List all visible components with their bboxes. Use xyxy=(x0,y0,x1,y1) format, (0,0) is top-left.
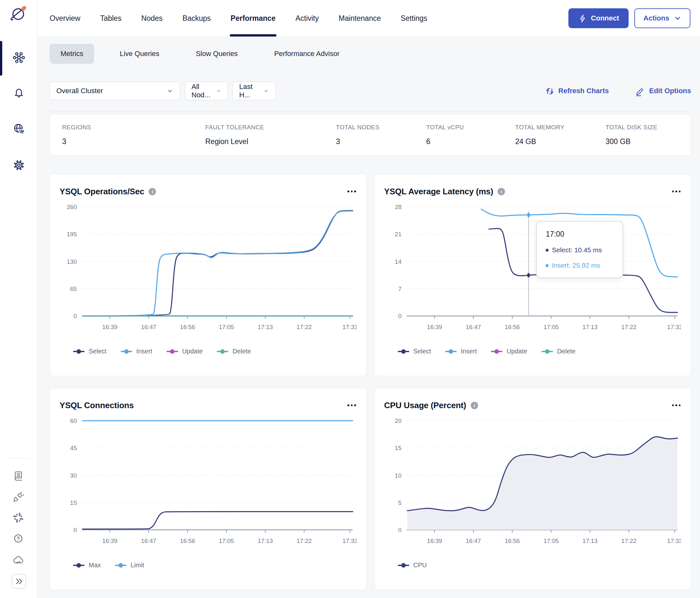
lightning-icon xyxy=(578,14,587,23)
tab-performance[interactable]: Performance xyxy=(230,0,276,36)
legend-marker-icon xyxy=(121,349,132,354)
svg-text:?: ? xyxy=(17,536,20,542)
legend-item-insert[interactable]: Insert xyxy=(445,348,477,355)
refresh-charts-label: Refresh Charts xyxy=(558,87,609,95)
legend-label: Update xyxy=(182,348,203,355)
sidebar-item-cloud-status[interactable] xyxy=(11,552,25,566)
info-icon[interactable] xyxy=(471,402,478,409)
chart-plot[interactable]: 0714212816:3916:4716:5617:0517:1317:2217… xyxy=(384,202,681,346)
chart-tooltip: 17:00 Select: 10.45 msInsert: 25.92 ms xyxy=(536,221,623,278)
refresh-icon xyxy=(544,86,555,96)
svg-text:16:39: 16:39 xyxy=(102,538,117,544)
svg-text:10: 10 xyxy=(395,472,401,479)
svg-text:21: 21 xyxy=(395,231,401,237)
chart-plot[interactable]: 01530456016:3916:4716:5617:0517:1317:221… xyxy=(59,416,357,560)
legend-item-update[interactable]: Update xyxy=(491,348,527,355)
chart-title: YSQL Operations/Sec xyxy=(59,187,144,197)
yugabyte-logo-icon[interactable] xyxy=(9,4,28,22)
chart-menu-ellipsis-icon[interactable] xyxy=(672,402,681,408)
svg-text:16:56: 16:56 xyxy=(180,538,195,544)
svg-text:17:22: 17:22 xyxy=(621,324,636,330)
time-range-select[interactable]: Last H... xyxy=(232,82,276,100)
legend-item-delete[interactable]: Delete xyxy=(542,348,576,355)
legend-label: Max xyxy=(89,562,101,569)
pencil-icon xyxy=(634,85,645,96)
sidebar-item-alerts[interactable] xyxy=(11,84,26,99)
sidebar-item-slack[interactable] xyxy=(11,511,25,524)
svg-text:17:33: 17:33 xyxy=(342,324,356,330)
cluster-select[interactable]: Overall Cluster xyxy=(50,82,180,100)
tab-tables[interactable]: Tables xyxy=(100,0,121,36)
chart-card-ysql-latency: YSQL Average Latency (ms) 0714212816:391… xyxy=(374,174,691,376)
cluster-network-icon xyxy=(11,50,26,65)
sidebar-expand-button[interactable] xyxy=(11,574,26,589)
stat-value: 3 xyxy=(62,137,205,146)
svg-text:16:47: 16:47 xyxy=(466,538,481,544)
sidebar-item-settings[interactable] xyxy=(11,158,26,173)
legend-label: Select xyxy=(414,348,431,355)
tab-nodes[interactable]: Nodes xyxy=(141,0,162,36)
chart-card-ysql-operations: YSQL Operations/Sec 06513019526016:3916:… xyxy=(50,174,367,376)
edit-options-link[interactable]: Edit Options xyxy=(634,85,691,96)
tab-overview[interactable]: Overview xyxy=(50,0,80,36)
sidebar-item-integrations[interactable] xyxy=(11,490,25,503)
subtab-performance-advisor[interactable]: Performance Advisor xyxy=(263,44,350,64)
stat-value: Region Level xyxy=(205,137,336,146)
svg-text:16:47: 16:47 xyxy=(141,324,156,330)
chart-plot[interactable]: 06513019526016:3916:4716:5617:0517:1317:… xyxy=(59,202,357,346)
svg-text:130: 130 xyxy=(67,258,77,265)
subtab-metrics[interactable]: Metrics xyxy=(50,44,94,64)
chart-plot[interactable]: 0510152016:3916:4716:5617:0517:1317:2217… xyxy=(384,416,681,560)
legend-item-cpu[interactable]: CPU xyxy=(398,562,427,569)
tab-maintenance[interactable]: Maintenance xyxy=(339,0,381,36)
legend-marker-icon xyxy=(491,349,502,354)
svg-text:17:05: 17:05 xyxy=(219,538,234,544)
tab-backups[interactable]: Backups xyxy=(182,0,211,36)
info-icon[interactable] xyxy=(498,188,505,195)
tooltip-row-select: Select: 10.45 ms xyxy=(546,246,614,254)
svg-text:17:22: 17:22 xyxy=(297,538,311,544)
tab-settings[interactable]: Settings xyxy=(401,0,427,36)
chevron-down-icon xyxy=(264,87,269,95)
sidebar-item-docs[interactable] xyxy=(11,469,25,483)
legend-item-delete[interactable]: Delete xyxy=(217,348,251,355)
legend-item-select[interactable]: Select xyxy=(398,348,431,355)
sidebar-item-cluster[interactable] xyxy=(11,50,26,65)
svg-text:0: 0 xyxy=(73,527,77,533)
legend-marker-icon xyxy=(217,349,228,354)
legend-item-update[interactable]: Update xyxy=(167,348,203,355)
legend-item-select[interactable]: Select xyxy=(73,348,107,355)
subtab-slow-queries[interactable]: Slow Queries xyxy=(185,44,249,64)
connect-label: Connect xyxy=(591,14,619,22)
svg-text:17:22: 17:22 xyxy=(297,324,311,330)
stat-label: TOTAL vCPU xyxy=(426,124,515,131)
tooltip-time: 17:00 xyxy=(546,230,614,238)
subtab-live-queries[interactable]: Live Queries xyxy=(109,44,170,64)
actions-button[interactable]: Actions xyxy=(634,8,691,28)
legend-item-max[interactable]: Max xyxy=(73,562,101,569)
question-circle-icon: ? xyxy=(11,532,25,545)
chart-menu-ellipsis-icon[interactable] xyxy=(672,188,681,194)
svg-text:17:33: 17:33 xyxy=(667,324,681,330)
stat-value: 300 GB xyxy=(605,137,678,146)
sidebar-item-help[interactable]: ? xyxy=(11,532,25,545)
info-icon[interactable] xyxy=(149,188,156,195)
chevron-down-icon xyxy=(167,87,174,95)
legend-item-insert[interactable]: Insert xyxy=(121,348,152,355)
edit-options-label: Edit Options xyxy=(649,87,691,95)
bell-icon xyxy=(11,84,26,99)
tab-activity[interactable]: Activity xyxy=(296,0,319,36)
legend-item-limit[interactable]: Limit xyxy=(115,562,144,569)
nodes-select[interactable]: All Nod... xyxy=(185,82,228,100)
chart-title: YSQL Connections xyxy=(59,400,134,410)
chart-menu-ellipsis-icon[interactable] xyxy=(347,402,357,408)
top-navbar: OverviewTablesNodesBackupsPerformanceAct… xyxy=(38,0,700,37)
connect-button[interactable]: Connect xyxy=(568,8,629,28)
refresh-charts-link[interactable]: Refresh Charts xyxy=(544,86,609,96)
sidebar-item-network[interactable] xyxy=(11,122,26,136)
svg-text:195: 195 xyxy=(67,231,77,237)
sidebar-divider xyxy=(6,459,31,459)
svg-text:5: 5 xyxy=(398,499,402,506)
legend-label: Update xyxy=(506,348,527,355)
chart-menu-ellipsis-icon[interactable] xyxy=(347,188,357,194)
